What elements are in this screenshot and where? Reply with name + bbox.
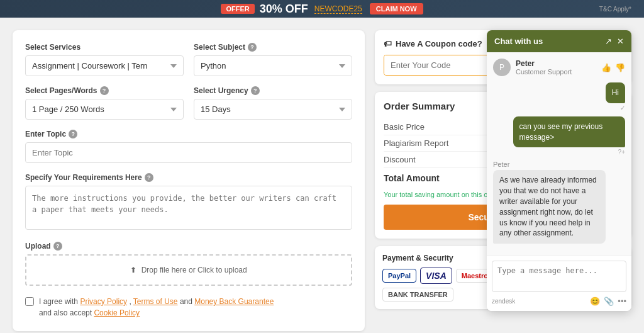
topic-section: Enter Topic ?: [25, 130, 352, 163]
promo-banner: OFFER 30% OFF NEWCODE25 CLAIM NOW T&C Ap…: [0, 0, 644, 18]
pages-help-icon[interactable]: ?: [100, 86, 109, 95]
agent-role: Customer Support: [516, 68, 572, 76]
requirements-label: Specify Your Requirements Here ?: [25, 173, 352, 182]
subject-label: Select Subject ?: [194, 43, 352, 52]
chat-footer-bar: zendesk 😊 📎 •••: [492, 296, 626, 306]
agreement-row: I agree with Privacy Policy , Terms of U…: [25, 296, 352, 319]
message-bubble-hi: Hi: [606, 82, 625, 103]
agreement-text: I agree with Privacy Policy , Terms of U…: [39, 296, 274, 319]
chat-footer-icons: 😊 📎 •••: [590, 296, 626, 306]
terms-link[interactable]: Terms of Use: [133, 297, 178, 306]
chat-footer: zendesk 😊 📎 •••: [487, 255, 631, 311]
upload-label: Upload ?: [25, 242, 352, 251]
message-hi: Hi ✓: [493, 82, 625, 111]
message-agent-response: Peter As we have already informed you th…: [493, 161, 625, 244]
more-icon[interactable]: •••: [618, 296, 626, 306]
pages-label: Select Pages/Words ?: [25, 86, 184, 95]
emoji-icon[interactable]: 😊: [590, 296, 600, 306]
requirements-textarea[interactable]: [25, 186, 352, 230]
upload-section: Upload ? ⬆ Drop file here or Click to up…: [25, 242, 352, 286]
urgency-group: Select Urgency ? 15 Days: [194, 86, 352, 120]
privacy-link[interactable]: Privacy Policy: [80, 297, 127, 306]
topic-label: Enter Topic ?: [25, 130, 352, 138]
requirements-help-icon[interactable]: ?: [145, 173, 153, 182]
paypal-icon: PayPal: [382, 269, 416, 283]
topic-help-icon[interactable]: ?: [69, 130, 77, 138]
message-check-2: ?+: [493, 149, 625, 155]
services-group: Select Services Assignment | Coursework …: [25, 43, 184, 76]
thumbs-down-button[interactable]: 👎: [615, 63, 625, 72]
upload-dropzone[interactable]: ⬆ Drop file here or Click to upload: [25, 254, 352, 286]
upload-help-icon[interactable]: ?: [53, 242, 62, 251]
right-panel: 🏷 Have A Coupon code? Offer List Apply O…: [375, 30, 631, 331]
chat-body: P Peter Customer Support 👍 👎: [487, 52, 631, 255]
agent-name: Peter: [516, 59, 572, 68]
thumbs-up-button[interactable]: 👍: [601, 63, 611, 72]
subject-group: Select Subject ? Python: [194, 43, 352, 76]
agent-info: P Peter Customer Support 👍 👎: [493, 59, 625, 76]
urgency-select[interactable]: 15 Days: [194, 99, 352, 120]
page-wrapper: OFFER 30% OFF NEWCODE25 CLAIM NOW T&C Ap…: [0, 0, 644, 333]
tc-text: T&C Apply*: [599, 6, 631, 13]
topic-input[interactable]: [25, 142, 352, 163]
pages-group: Select Pages/Words ? 1 Page / 250 Words: [25, 86, 184, 120]
agreement-checkbox[interactable]: [25, 297, 34, 306]
chat-header: Chat with us ↗ ✕: [487, 30, 631, 52]
pages-select[interactable]: 1 Page / 250 Words: [25, 99, 184, 120]
message-bubble-previous: can you see my previous message>: [513, 116, 626, 148]
chat-expand-button[interactable]: ↗: [605, 37, 612, 46]
chat-close-button[interactable]: ✕: [617, 37, 624, 46]
visa-icon: VISA: [420, 268, 452, 284]
bank-icon: BANK TRANSFER: [382, 288, 453, 302]
zendesk-label: zendesk: [492, 298, 515, 305]
subject-select[interactable]: Python: [194, 55, 352, 76]
message-check: ✓: [493, 104, 625, 111]
form-row-2: Select Pages/Words ? 1 Page / 250 Words …: [25, 86, 352, 120]
offer-badge: OFFER: [221, 4, 254, 14]
message-previous: can you see my previous message> ?+: [493, 116, 625, 156]
money-back-link[interactable]: Money Back Guarantee: [194, 297, 274, 306]
chat-widget: Chat with us ↗ ✕ P Peter Customer Suppor…: [487, 30, 631, 311]
order-form-panel: Select Services Assignment | Coursework …: [13, 30, 365, 331]
form-row-1: Select Services Assignment | Coursework …: [25, 43, 352, 76]
requirements-section: Specify Your Requirements Here ?: [25, 173, 352, 232]
main-content: Select Services Assignment | Coursework …: [0, 18, 644, 333]
agent-message-bubble: As we have already informed you that we …: [493, 170, 606, 244]
services-label: Select Services: [25, 43, 184, 52]
tag-icon: 🏷: [384, 39, 392, 48]
sender-name: Peter: [493, 161, 625, 168]
chat-header-actions: ↗ ✕: [605, 37, 624, 46]
services-select[interactable]: Assignment | Coursework | Tern: [25, 55, 184, 76]
cookie-link[interactable]: Cookie Policy: [94, 308, 140, 317]
upload-icon: ⬆: [130, 266, 136, 274]
chat-title: Chat with us: [494, 37, 543, 46]
attachment-icon[interactable]: 📎: [604, 296, 614, 306]
claim-btn[interactable]: CLAIM NOW: [370, 3, 423, 14]
chat-input[interactable]: [492, 261, 626, 292]
subject-help-icon[interactable]: ?: [248, 43, 257, 52]
urgency-label: Select Urgency ?: [194, 86, 352, 95]
urgency-help-icon[interactable]: ?: [251, 86, 260, 95]
coupon-title: 🏷 Have A Coupon code?: [384, 39, 482, 48]
agent-avatar: P: [493, 59, 511, 76]
discount-text: 30% OFF: [260, 3, 308, 16]
promo-code: NEWCODE25: [314, 4, 362, 14]
feedback-icons: 👍 👎: [601, 63, 625, 72]
